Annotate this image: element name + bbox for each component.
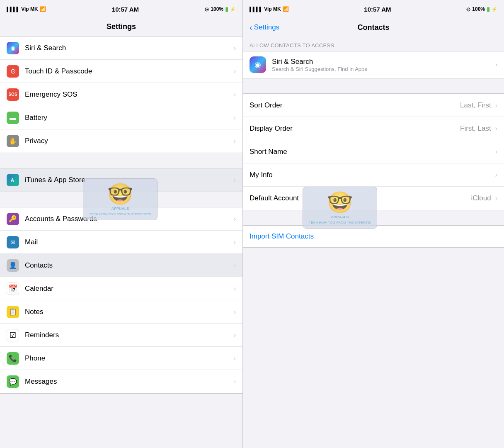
siri-contacts-chevron-icon: ›: [495, 61, 497, 68]
default-account-right: iCloud ›: [471, 194, 497, 202]
sort-order-value: Last, First: [460, 101, 491, 110]
my-info-row[interactable]: My Info ›: [243, 163, 504, 187]
carrier-right: Vip MK: [264, 6, 281, 12]
mail-icon: ✉: [7, 236, 19, 248]
right-panel: ▌▌▌▌ Vip MK 📶 10:57 AM ◎ 100% ▮ ⚡ ‹ Sett…: [243, 0, 504, 448]
contacts-nav-bar: ‹ Settings Contacts: [243, 18, 504, 37]
messages-row-right: ›: [234, 378, 236, 385]
settings-list: ◉ Siri & Search › ⊙ Touch ID & Passcode …: [0, 36, 242, 448]
appstore-row-right: ›: [234, 176, 236, 184]
time-right: 10:57 AM: [364, 6, 391, 13]
siri-contacts-content: Siri & Search Search & Siri Suggestions,…: [272, 58, 495, 72]
allow-contacts-section-header: ALLOW CONTACTS TO ACCESS: [243, 37, 504, 51]
chevron-icon: ›: [234, 176, 236, 184]
settings-row-sos[interactable]: SOS Emergency SOS ›: [0, 83, 242, 106]
settings-group-3: 🔑 Accounts & Passwords › ✉ Mail ›: [0, 207, 242, 394]
mail-row-right: ›: [234, 239, 236, 246]
sort-order-label: Sort Order: [250, 101, 460, 110]
import-sim-contacts-link[interactable]: Import SIM Contacts: [250, 232, 314, 240]
reminders-row-right: ›: [234, 331, 236, 339]
signal-icon-right: ▌▌▌▌: [250, 7, 262, 12]
chevron-icon: ›: [234, 44, 236, 52]
left-panel: ▌▌▌▌ Vip MK 📶 10:57 AM ◎ 100% ▮ ⚡ Settin…: [0, 0, 243, 448]
settings-row-calendar[interactable]: 📅 Calendar ›: [0, 277, 242, 300]
display-order-row[interactable]: Display Order First, Last ›: [243, 117, 504, 140]
settings-row-notes[interactable]: 📋 Notes ›: [0, 300, 242, 324]
contacts-page-title: Contacts: [357, 23, 389, 32]
settings-row-appstore[interactable]: A iTunes & App Store ›: [0, 168, 242, 192]
settings-row-mail[interactable]: ✉ Mail ›: [0, 231, 242, 254]
privacy-icon: ✋: [7, 135, 19, 147]
time-left: 10:57 AM: [112, 6, 139, 13]
back-button[interactable]: ‹ Settings: [250, 23, 279, 32]
phone-icon: 📞: [7, 352, 19, 365]
battery-pct-left: 100%: [211, 6, 223, 12]
default-account-value: iCloud: [471, 194, 491, 202]
chevron-icon: ›: [234, 137, 236, 145]
touchid-row-right: ›: [234, 68, 236, 75]
appstore-icon: A: [7, 174, 19, 186]
chevron-icon: ›: [234, 68, 236, 75]
touchid-row-content: Touch ID & Passcode: [25, 67, 234, 75]
carrier-left: Vip MK: [21, 6, 38, 12]
accounts-label: Accounts & Passwords: [25, 215, 234, 223]
section-divider-contacts-1: [243, 78, 504, 93]
settings-row-accounts[interactable]: 🔑 Accounts & Passwords ›: [0, 207, 242, 231]
sort-order-right: Last, First ›: [460, 101, 497, 110]
calendar-row-content: Calendar: [25, 285, 234, 293]
wifi-icon-right: 📶: [283, 6, 289, 12]
privacy-label: Privacy: [25, 137, 234, 145]
section-divider-2: [0, 192, 242, 207]
wifi-icon-left: 📶: [40, 6, 46, 12]
messages-icon: 💬: [7, 375, 19, 388]
contacts-siri-row[interactable]: ◉ Siri & Search Search & Siri Suggestion…: [243, 51, 504, 78]
status-bar-right-info: ◎ 100% ▮ ⚡: [205, 6, 236, 12]
notes-row-content: Notes: [25, 308, 234, 316]
short-name-content: Short Name: [250, 148, 495, 156]
siri-row-right: ›: [234, 44, 236, 52]
siri-row-content: Siri & Search: [25, 44, 234, 52]
short-name-row[interactable]: Short Name ›: [243, 140, 504, 163]
status-bar-right-right: ◎ 100% ▮ ⚡: [466, 6, 497, 12]
settings-row-messages[interactable]: 💬 Messages ›: [0, 370, 242, 393]
location-icon-left: ◎: [205, 7, 209, 12]
notes-label: Notes: [25, 308, 234, 316]
contacts-icon: 👤: [7, 259, 19, 272]
contacts-row-content: Contacts: [25, 261, 234, 270]
calendar-row-right: ›: [234, 285, 236, 292]
settings-row-contacts[interactable]: 👤 Contacts ›: [0, 254, 242, 277]
status-bar-left-info: ▌▌▌▌ Vip MK 📶: [7, 6, 46, 12]
settings-group-1: ◉ Siri & Search › ⊙ Touch ID & Passcode …: [0, 36, 242, 153]
chevron-icon: ›: [234, 91, 236, 98]
chevron-icon: ›: [234, 308, 236, 316]
short-name-label: Short Name: [250, 148, 495, 156]
settings-row-privacy[interactable]: ✋ Privacy ›: [0, 129, 242, 153]
my-info-content: My Info: [250, 171, 495, 179]
display-order-label: Display Order: [250, 124, 460, 133]
battery-icon-right: ▮: [487, 6, 490, 12]
appstore-label: iTunes & App Store: [25, 176, 234, 184]
display-order-right: First, Last ›: [460, 124, 497, 133]
default-account-row[interactable]: Default Account iCloud ›: [243, 187, 504, 210]
battery-settings-icon: ▬: [7, 112, 19, 124]
settings-row-siri[interactable]: ◉ Siri & Search ›: [0, 37, 242, 60]
phone-row-right: ›: [234, 355, 236, 362]
settings-row-touchid[interactable]: ⊙ Touch ID & Passcode ›: [0, 60, 242, 83]
settings-row-phone[interactable]: 📞 Phone ›: [0, 347, 242, 370]
settings-group-2: A iTunes & App Store ›: [0, 168, 242, 192]
back-label: Settings: [254, 23, 279, 32]
settings-row-battery[interactable]: ▬ Battery ›: [0, 106, 242, 129]
settings-page-title: Settings: [0, 18, 242, 36]
touchid-label: Touch ID & Passcode: [25, 67, 234, 75]
contacts-label: Contacts: [25, 261, 234, 270]
sort-order-row[interactable]: Sort Order Last, First ›: [243, 94, 504, 117]
siri-label: Siri & Search: [25, 44, 234, 52]
battery-label: Battery: [25, 114, 234, 122]
settings-row-reminders[interactable]: ☑ Reminders ›: [0, 324, 242, 347]
my-info-right: ›: [495, 171, 497, 179]
default-account-label: Default Account: [250, 194, 471, 202]
chevron-icon: ›: [234, 378, 236, 385]
privacy-row-right: ›: [234, 137, 236, 145]
location-icon-right: ◎: [466, 7, 470, 12]
battery-icon-left: ▮: [225, 6, 228, 12]
